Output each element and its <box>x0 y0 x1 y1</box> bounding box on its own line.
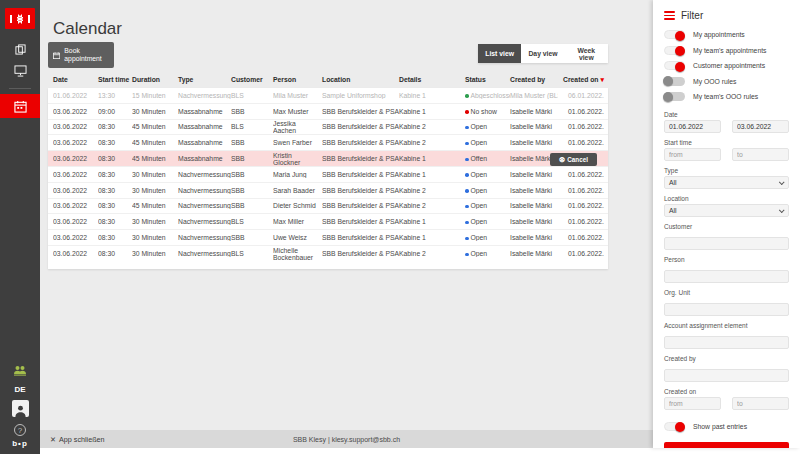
date-from-input[interactable] <box>664 120 721 133</box>
table-row[interactable]: 03.06.202208:3030 MinutenNachvermessungS… <box>48 230 608 246</box>
table-row[interactable]: 03.06.202208:3045 MinutenNachvermessungS… <box>48 199 608 215</box>
language-selector[interactable]: DE <box>14 385 25 394</box>
cell-date: 03.06.2022 <box>53 139 98 146</box>
filter-panel: Filter My appointmentsMy team's appointm… <box>653 0 800 448</box>
account-assignment-input[interactable] <box>664 336 789 349</box>
cell-created-by: Isabelle Märki <box>510 139 558 146</box>
column-header-created-by[interactable]: Created by <box>510 76 558 84</box>
tab-day-view[interactable]: Day view <box>521 44 564 63</box>
person-filter-label: Person <box>664 256 789 263</box>
location-select[interactable]: All <box>664 204 789 217</box>
cell-customer: SBB <box>231 234 273 241</box>
cell-customer: BLS <box>231 92 273 99</box>
toggle-my-appointments[interactable] <box>664 30 685 39</box>
calendar-nav-button[interactable] <box>0 94 40 118</box>
column-header-date[interactable]: Date <box>53 76 98 84</box>
calendar-add-icon <box>53 51 60 60</box>
monitor-nav-button[interactable] <box>0 60 40 82</box>
menu-icon[interactable] <box>664 11 675 19</box>
table-row[interactable]: 03.06.202208:3045 MinutenMassabnahmeSBBS… <box>48 135 608 151</box>
filter-toggles: My appointmentsMy team's appointmentsCus… <box>664 27 789 105</box>
help-icon[interactable]: ? <box>14 424 26 436</box>
table-row[interactable]: 03.06.202208:3045 MinutenMassabnahmeSBBK… <box>48 151 608 167</box>
table-row[interactable]: 03.06.202208:3030 MinutenNachvermessungS… <box>48 167 608 183</box>
cell-duration: 45 Minuten <box>132 202 178 209</box>
cell-duration: 30 Minuten <box>132 171 178 178</box>
apply-filter-button[interactable]: Apply filter <box>664 442 789 448</box>
org-unit-input[interactable] <box>664 303 789 316</box>
start-time-to-input[interactable] <box>732 148 789 161</box>
tab-list-view[interactable]: List view <box>478 44 521 63</box>
cell-duration: 30 Minuten <box>132 108 178 115</box>
avatar[interactable] <box>12 400 29 417</box>
column-header-status[interactable]: Status <box>465 76 510 84</box>
pages-nav-button[interactable] <box>0 38 40 60</box>
column-header-details[interactable]: Details <box>399 76 465 84</box>
table-row[interactable]: 03.06.202208:3030 MinutenNachvermessungB… <box>48 214 608 230</box>
cell-location: SBB Berufskleider & PSA <box>322 155 399 162</box>
start-time-from-input[interactable] <box>664 148 721 161</box>
table-row[interactable]: 03.06.202209:0030 MinutenMassabnahmeSBBM… <box>48 104 608 120</box>
customer-input[interactable] <box>664 237 789 250</box>
cancel-appointment-button[interactable]: ⊗Cancel <box>550 153 597 166</box>
table-header: DateStart timeDurationTypeCustomerPerson… <box>48 76 608 84</box>
app-window: DE ? b•p Calendar Book appointment List … <box>0 0 800 454</box>
book-appointment-button[interactable]: Book appointment <box>48 42 114 68</box>
created-on-from-input[interactable] <box>664 397 721 410</box>
column-header-customer[interactable]: Customer <box>231 76 273 84</box>
cell-start: 08:30 <box>98 202 132 209</box>
support-info: SBB Klesy | klesy.support@sbb.ch <box>40 436 653 443</box>
person-input[interactable] <box>664 270 789 283</box>
toggle-my-team-s-ooo-rules[interactable] <box>664 92 685 101</box>
toggle-label: Customer appointments <box>693 62 765 69</box>
column-header-created-on[interactable]: Created on ▾ <box>558 76 608 84</box>
filter-toggle-row-my-appointments: My appointments <box>664 27 789 43</box>
cell-person: Swen Farber <box>273 139 322 146</box>
status-dot <box>465 205 469 209</box>
tab-week-view[interactable]: Week view <box>565 44 608 63</box>
cell-date: 03.06.2022 <box>53 202 98 209</box>
created-on-to-input[interactable] <box>732 397 789 410</box>
cell-person: Max Miller <box>273 218 322 225</box>
toggle-my-ooo-rules[interactable] <box>664 77 685 86</box>
created-by-input[interactable] <box>664 369 789 382</box>
team-nav-button[interactable] <box>0 359 40 381</box>
cell-duration: 45 Minuten <box>132 155 178 162</box>
cell-start: 08:30 <box>98 234 132 241</box>
cell-created-on: 01.06.2022. <box>558 139 608 146</box>
column-header-location[interactable]: Location <box>322 76 399 84</box>
cell-details: Kabine 2 <box>399 202 465 209</box>
account-assignment-filter-label: Account assignment element <box>664 322 789 329</box>
app-sidebar: DE ? b•p <box>0 0 40 454</box>
column-header-duration[interactable]: Duration <box>132 76 178 84</box>
show-past-entries-toggle[interactable] <box>664 422 685 431</box>
type-select[interactable]: All <box>664 176 789 189</box>
cell-date: 03.06.2022 <box>53 171 98 178</box>
cell-status: Open <box>465 187 510 194</box>
date-to-input[interactable] <box>732 120 789 133</box>
location-select-value: All <box>669 207 677 214</box>
cell-person: Max Muster <box>273 108 322 115</box>
table-row[interactable]: 01.06.202213:3015 MinutenNachvermessungB… <box>48 88 608 104</box>
column-header-type[interactable]: Type <box>178 76 231 84</box>
cell-customer: SBB <box>231 108 273 115</box>
table-row[interactable]: 03.06.202208:3045 MinutenMassabnahmeBLSJ… <box>48 120 608 136</box>
cell-customer: BLS <box>231 250 273 257</box>
toggle-my-team-s-appointments[interactable] <box>664 46 685 55</box>
cell-date: 03.06.2022 <box>53 234 98 241</box>
cell-status: Abgeschlossen <box>465 92 510 99</box>
cell-date: 03.06.2022 <box>53 108 98 115</box>
column-header-start-time[interactable]: Start time <box>98 76 132 84</box>
cell-created-by: Isabelle Märki <box>510 108 558 115</box>
column-header-person[interactable]: Person <box>273 76 322 84</box>
table-row[interactable]: 03.06.202208:3030 MinutenNachvermessungS… <box>48 183 608 199</box>
cell-status: Open <box>465 171 510 178</box>
cell-type: Massabnahme <box>178 123 231 130</box>
status-dot <box>465 126 469 130</box>
close-app-button[interactable]: ✕ App schließen <box>50 435 105 444</box>
table-row[interactable]: 03.06.202208:3030 MinutenNachvermessungB… <box>48 246 608 262</box>
appointments-table: 01.06.202213:3015 MinutenNachvermessungB… <box>48 88 608 269</box>
cell-details: Kabine 1 <box>399 92 465 99</box>
cell-created-by: Isabelle Märki <box>510 218 558 225</box>
toggle-customer-appointments[interactable] <box>664 61 685 70</box>
